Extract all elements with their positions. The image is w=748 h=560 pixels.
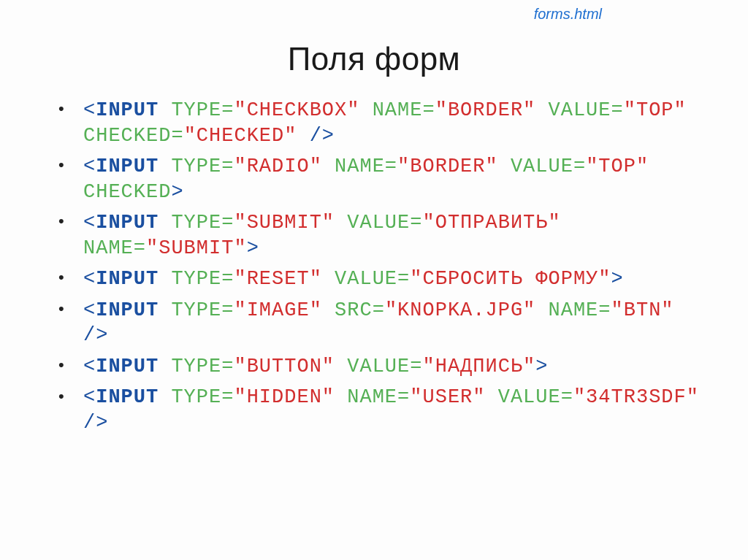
tag-name: INPUT (96, 356, 159, 377)
tag-name: INPUT (96, 212, 159, 234)
attr-value: "USER" (410, 386, 485, 408)
code-line: <INPUT TYPE="RADIO" NAME="BORDER" VALUE=… (58, 154, 703, 204)
attr-name: NAME= (549, 299, 611, 321)
code-line: <INPUT TYPE="SUBMIT" VALUE="ОТПРАВИТЬ" N… (58, 210, 703, 261)
angle-open: < (83, 156, 96, 177)
attr-name: NAME= (347, 386, 410, 408)
attr-value: "НАДПИСЬ" (422, 356, 535, 377)
attr-name: TYPE= (171, 212, 234, 234)
tag-name: INPUT (96, 268, 159, 290)
slide: forms.html Поля форм <INPUT TYPE="CHECKB… (0, 0, 748, 560)
page-title: Поля форм (45, 41, 703, 77)
angle-close: > (611, 268, 624, 290)
angle-close: > (535, 356, 548, 377)
attr-name: VALUE= (347, 212, 422, 234)
attr-name: VALUE= (498, 386, 573, 408)
attr-name: VALUE= (549, 99, 624, 121)
code-line: <INPUT TYPE="IMAGE" SRC="KNOPKA.JPG" NAM… (58, 298, 703, 348)
tag-name: INPUT (96, 299, 159, 321)
attr-value: "IMAGE" (234, 299, 321, 321)
attr-value: "BORDER" (397, 156, 498, 177)
code-line: <INPUT TYPE="HIDDEN" NAME="USER" VALUE="… (58, 385, 703, 435)
code-line: <INPUT TYPE="RESET" VALUE="СБРОСИТЬ ФОРМ… (58, 266, 703, 292)
attr-name: TYPE= (171, 268, 234, 290)
attr-value: "RADIO" (234, 156, 321, 177)
angle-open: < (83, 299, 96, 321)
attr-value: "TOP" (586, 156, 649, 177)
attr-name: VALUE= (347, 356, 422, 377)
attr-value: "SUBMIT" (146, 237, 247, 259)
angle-close: /> (83, 324, 108, 346)
attr-value: "SUBMIT" (234, 212, 335, 234)
attr-value: "CHECKED" (184, 125, 297, 147)
attr-name: TYPE= (171, 299, 234, 321)
attr-name: NAME= (83, 237, 146, 259)
attr-value: "BUTTON" (234, 356, 335, 377)
attr-value: "RESET" (234, 268, 321, 290)
attr-value: "BTN" (611, 299, 674, 321)
attr-value: "СБРОСИТЬ ФОРМУ" (410, 268, 611, 290)
angle-open: < (83, 386, 96, 408)
attr-value: "KNOPKA.JPG" (385, 299, 535, 321)
angle-close: /> (310, 125, 335, 147)
attr-value: "TOP" (624, 99, 687, 121)
angle-close: > (247, 237, 259, 259)
attr-name: TYPE= (171, 99, 234, 121)
angle-open: < (83, 212, 96, 234)
tag-name: INPUT (96, 386, 159, 408)
attr-value: "HIDDEN" (234, 386, 335, 408)
attr-name: VALUE= (335, 268, 410, 290)
header-filename-link[interactable]: forms.html (534, 6, 602, 23)
angle-open: < (83, 99, 96, 121)
attr-name: TYPE= (171, 156, 234, 177)
attr-name: VALUE= (511, 156, 586, 177)
tag-name: INPUT (96, 156, 159, 177)
angle-open: < (83, 268, 96, 290)
attr-name: SRC= (335, 299, 385, 321)
attr-name: NAME= (335, 156, 397, 177)
attr-name: TYPE= (171, 386, 234, 408)
attr-value: "BORDER" (435, 99, 536, 121)
angle-close: /> (83, 412, 108, 434)
code-list: <INPUT TYPE="CHECKBOX" NAME="BORDER" VAL… (45, 98, 703, 436)
attr-name: TYPE= (171, 356, 234, 377)
code-line: <INPUT TYPE="BUTTON" VALUE="НАДПИСЬ"> (58, 354, 703, 380)
code-line: <INPUT TYPE="CHECKBOX" NAME="BORDER" VAL… (58, 98, 703, 148)
attr-name: NAME= (373, 99, 435, 121)
attr-value: "34TR3SDF" (573, 386, 699, 408)
attr-name: CHECKED= (83, 125, 184, 147)
angle-close: > (171, 181, 183, 203)
attr-value: "CHECKBOX" (234, 99, 359, 121)
tag-name: INPUT (96, 99, 159, 121)
angle-open: < (83, 356, 96, 377)
attr-bare: CHECKED (83, 181, 171, 203)
attr-value: "ОТПРАВИТЬ" (422, 212, 560, 234)
